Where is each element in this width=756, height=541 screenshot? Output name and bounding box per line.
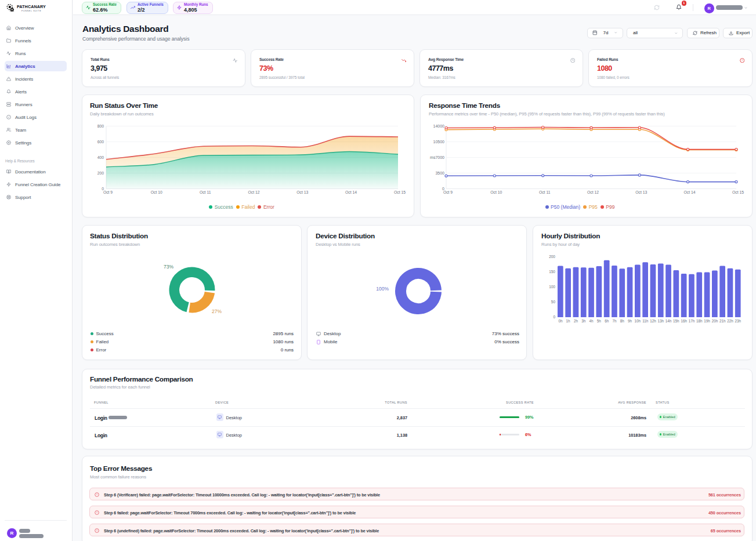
svg-text:2h: 2h [574,319,578,323]
svg-text:Oct 13: Oct 13 [296,190,308,194]
svg-text:14000: 14000 [433,124,445,128]
svg-text:14h: 14h [665,319,672,323]
svg-text:Oct 12: Oct 12 [248,190,259,194]
svg-text:15h: 15h [673,319,679,323]
svg-text:Oct 15: Oct 15 [732,190,744,194]
svg-text:17h: 17h [689,319,695,323]
svg-text:400: 400 [97,155,104,159]
svg-text:150: 150 [549,270,555,274]
svg-text:16h: 16h [681,319,687,323]
svg-text:9h: 9h [628,319,632,323]
svg-text:10h: 10h [635,319,641,323]
svg-text:10500: 10500 [433,140,445,144]
svg-text:ms7000: ms7000 [430,155,444,159]
svg-text:27%: 27% [212,308,222,314]
svg-text:100%: 100% [376,286,389,292]
svg-text:12h: 12h [650,319,656,323]
svg-text:19h: 19h [704,319,710,323]
svg-text:Oct 10: Oct 10 [490,190,502,194]
svg-text:Oct 14: Oct 14 [345,190,357,194]
svg-text:6h: 6h [605,319,609,323]
svg-text:13h: 13h [658,319,664,323]
svg-text:21h: 21h [719,319,726,323]
svg-text:100: 100 [549,285,555,289]
svg-text:Oct 15: Oct 15 [394,190,406,194]
svg-text:3500: 3500 [435,171,444,175]
svg-text:7h: 7h [612,319,617,323]
svg-text:0: 0 [553,315,555,319]
svg-text:23h: 23h [735,319,741,323]
svg-text:73%: 73% [164,264,173,270]
svg-text:11h: 11h [642,319,649,323]
svg-text:1h: 1h [566,319,571,323]
svg-text:4h: 4h [589,319,594,323]
svg-text:Oct 11: Oct 11 [200,190,211,194]
svg-text:Oct 12: Oct 12 [587,190,599,194]
svg-text:Oct 11: Oct 11 [539,190,551,194]
svg-text:Oct 14: Oct 14 [684,190,696,194]
svg-text:600: 600 [97,140,104,144]
svg-text:Oct 9: Oct 9 [103,190,113,194]
svg-text:5h: 5h [597,319,602,323]
svg-text:800: 800 [97,124,104,128]
svg-text:Oct 9: Oct 9 [443,190,453,194]
svg-text:20h: 20h [712,319,718,323]
svg-text:200: 200 [97,171,104,175]
svg-text:18h: 18h [696,319,703,323]
svg-text:Oct 13: Oct 13 [635,190,647,194]
svg-text:8h: 8h [620,319,625,323]
svg-text:0h: 0h [558,319,563,323]
svg-text:200: 200 [549,255,555,259]
svg-text:22h: 22h [727,319,733,323]
svg-text:Oct 10: Oct 10 [151,190,162,194]
svg-text:3h: 3h [581,319,586,323]
svg-text:50: 50 [551,300,556,304]
